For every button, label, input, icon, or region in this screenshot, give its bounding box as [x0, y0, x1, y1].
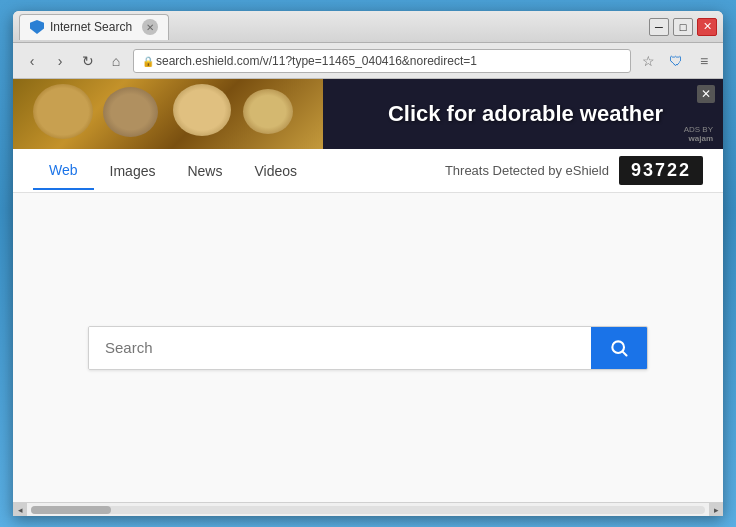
- scroll-thumb[interactable]: [31, 506, 111, 514]
- tab-close-button[interactable]: ✕: [142, 19, 158, 35]
- ad-close-button[interactable]: ✕: [697, 85, 715, 103]
- threats-count: 93722: [619, 156, 703, 185]
- tab-images[interactable]: Images: [94, 153, 172, 189]
- browser-window: Internet Search ✕ ─ □ ✕ ‹ › ↻ ⌂ 🔒 search…: [13, 11, 723, 516]
- nav-tabs: Web Images News Videos Threats Detected …: [13, 149, 723, 193]
- scroll-track[interactable]: [31, 506, 705, 514]
- scroll-right-arrow[interactable]: ▸: [709, 503, 723, 517]
- search-input[interactable]: [89, 327, 591, 369]
- search-box: [88, 326, 648, 370]
- window-controls: ─ □ ✕: [649, 18, 717, 36]
- browser-content: Click for adorable weather ✕ ADS BY waja…: [13, 79, 723, 516]
- ad-cats-background: [13, 79, 323, 149]
- scroll-left-arrow[interactable]: ◂: [13, 503, 27, 517]
- search-area: [13, 193, 723, 502]
- eshield-icon[interactable]: 🛡: [665, 50, 687, 72]
- home-button[interactable]: ⌂: [105, 50, 127, 72]
- address-input[interactable]: 🔒 search.eshield.com/v/11?type=11465_040…: [133, 49, 631, 73]
- svg-line-1: [623, 351, 627, 355]
- scrollbar: ◂ ▸: [13, 502, 723, 516]
- title-bar: Internet Search ✕ ─ □ ✕: [13, 11, 723, 43]
- back-button[interactable]: ‹: [21, 50, 43, 72]
- tab-news[interactable]: News: [171, 153, 238, 189]
- threats-label: Threats Detected by eShield: [445, 163, 609, 178]
- tab-title: Internet Search: [50, 20, 132, 34]
- search-icon: [609, 338, 629, 358]
- url-text: search.eshield.com/v/11?type=11465_04041…: [156, 54, 477, 68]
- address-bar: ‹ › ↻ ⌂ 🔒 search.eshield.com/v/11?type=1…: [13, 43, 723, 79]
- tab-shield-icon: [30, 20, 44, 34]
- search-button[interactable]: [591, 327, 647, 369]
- cat-face-3: [173, 84, 231, 136]
- tab-web[interactable]: Web: [33, 152, 94, 190]
- tab-videos[interactable]: Videos: [238, 153, 313, 189]
- maximize-button[interactable]: □: [673, 18, 693, 36]
- cat-face-2: [103, 87, 158, 137]
- ad-banner[interactable]: Click for adorable weather ✕ ADS BY waja…: [13, 79, 723, 149]
- forward-button[interactable]: ›: [49, 50, 71, 72]
- cat-face-1: [33, 84, 93, 139]
- browser-tab[interactable]: Internet Search ✕: [19, 14, 169, 40]
- minimize-button[interactable]: ─: [649, 18, 669, 36]
- lock-icon: 🔒: [142, 56, 152, 66]
- ad-text: Click for adorable weather: [388, 101, 663, 127]
- ad-attribution: ADS BY wajam: [684, 125, 713, 143]
- close-button[interactable]: ✕: [697, 18, 717, 36]
- menu-button[interactable]: ≡: [693, 50, 715, 72]
- refresh-button[interactable]: ↻: [77, 50, 99, 72]
- cat-face-4: [243, 89, 293, 134]
- threats-info: Threats Detected by eShield 93722: [445, 156, 703, 185]
- bookmark-icon[interactable]: ☆: [637, 50, 659, 72]
